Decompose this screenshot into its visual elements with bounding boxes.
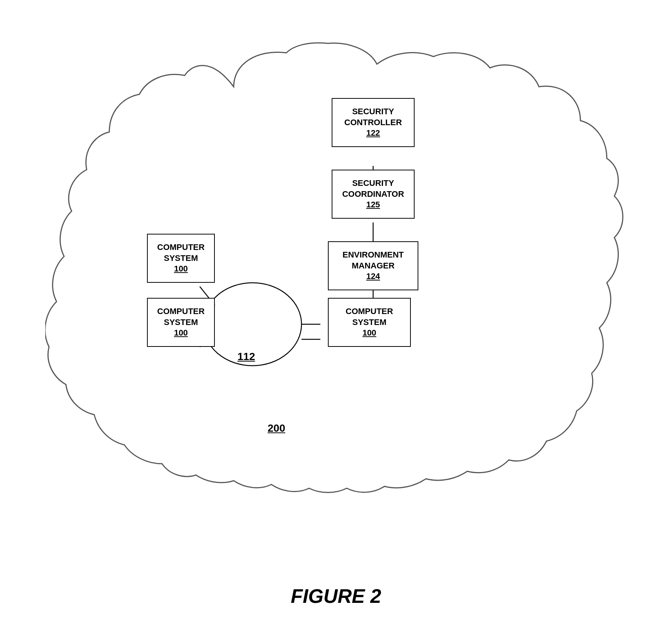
diagram-container: SECURITY CONTROLLER 122 SECURITY COORDIN…: [45, 23, 626, 550]
security-coordinator-box: SECURITY COORDINATOR 125: [332, 170, 415, 219]
computer-system-bottom-left-box: COMPUTER SYSTEM 100: [147, 298, 215, 347]
network-label: 112: [237, 351, 255, 363]
cloud-label: 200: [268, 422, 285, 434]
environment-manager-box: ENVIRONMENT MANAGER 124: [328, 241, 418, 290]
computer-system-top-left-box: COMPUTER SYSTEM 100: [147, 234, 215, 283]
computer-system-bottom-right-box: COMPUTER SYSTEM 100: [328, 298, 411, 347]
figure-caption: FIGURE 2: [0, 585, 672, 607]
security-controller-box: SECURITY CONTROLLER 122: [332, 98, 415, 147]
